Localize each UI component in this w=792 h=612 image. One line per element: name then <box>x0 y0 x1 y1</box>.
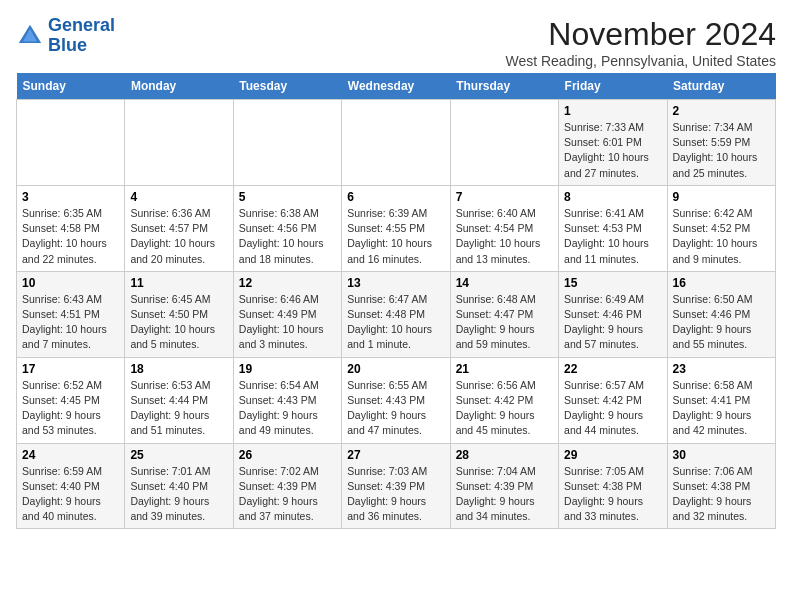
calendar-cell: 18Sunrise: 6:53 AM Sunset: 4:44 PM Dayli… <box>125 357 233 443</box>
day-number: 12 <box>239 276 336 290</box>
calendar-cell: 7Sunrise: 6:40 AM Sunset: 4:54 PM Daylig… <box>450 185 558 271</box>
calendar-cell: 25Sunrise: 7:01 AM Sunset: 4:40 PM Dayli… <box>125 443 233 529</box>
calendar-week-row: 1Sunrise: 7:33 AM Sunset: 6:01 PM Daylig… <box>17 100 776 186</box>
day-number: 19 <box>239 362 336 376</box>
day-of-week-header: Sunday <box>17 73 125 100</box>
day-detail: Sunrise: 7:01 AM Sunset: 4:40 PM Dayligh… <box>130 464 227 525</box>
logo-icon <box>16 22 44 50</box>
day-of-week-header: Wednesday <box>342 73 450 100</box>
day-detail: Sunrise: 6:40 AM Sunset: 4:54 PM Dayligh… <box>456 206 553 267</box>
calendar-cell: 1Sunrise: 7:33 AM Sunset: 6:01 PM Daylig… <box>559 100 667 186</box>
calendar-cell: 9Sunrise: 6:42 AM Sunset: 4:52 PM Daylig… <box>667 185 775 271</box>
calendar-cell: 6Sunrise: 6:39 AM Sunset: 4:55 PM Daylig… <box>342 185 450 271</box>
month-title: November 2024 <box>505 16 776 53</box>
day-number: 6 <box>347 190 444 204</box>
day-number: 4 <box>130 190 227 204</box>
calendar-cell <box>125 100 233 186</box>
calendar-cell: 22Sunrise: 6:57 AM Sunset: 4:42 PM Dayli… <box>559 357 667 443</box>
calendar-cell: 21Sunrise: 6:56 AM Sunset: 4:42 PM Dayli… <box>450 357 558 443</box>
day-detail: Sunrise: 7:03 AM Sunset: 4:39 PM Dayligh… <box>347 464 444 525</box>
day-detail: Sunrise: 6:39 AM Sunset: 4:55 PM Dayligh… <box>347 206 444 267</box>
calendar-cell: 19Sunrise: 6:54 AM Sunset: 4:43 PM Dayli… <box>233 357 341 443</box>
page-header: General Blue November 2024 West Reading,… <box>16 16 776 69</box>
day-detail: Sunrise: 7:33 AM Sunset: 6:01 PM Dayligh… <box>564 120 661 181</box>
day-detail: Sunrise: 6:59 AM Sunset: 4:40 PM Dayligh… <box>22 464 119 525</box>
day-detail: Sunrise: 6:55 AM Sunset: 4:43 PM Dayligh… <box>347 378 444 439</box>
calendar-cell: 8Sunrise: 6:41 AM Sunset: 4:53 PM Daylig… <box>559 185 667 271</box>
calendar-cell: 28Sunrise: 7:04 AM Sunset: 4:39 PM Dayli… <box>450 443 558 529</box>
day-detail: Sunrise: 6:50 AM Sunset: 4:46 PM Dayligh… <box>673 292 770 353</box>
day-detail: Sunrise: 6:45 AM Sunset: 4:50 PM Dayligh… <box>130 292 227 353</box>
day-detail: Sunrise: 7:34 AM Sunset: 5:59 PM Dayligh… <box>673 120 770 181</box>
day-number: 28 <box>456 448 553 462</box>
calendar-cell: 27Sunrise: 7:03 AM Sunset: 4:39 PM Dayli… <box>342 443 450 529</box>
day-number: 20 <box>347 362 444 376</box>
calendar-cell: 16Sunrise: 6:50 AM Sunset: 4:46 PM Dayli… <box>667 271 775 357</box>
location: West Reading, Pennsylvania, United State… <box>505 53 776 69</box>
day-number: 16 <box>673 276 770 290</box>
day-number: 18 <box>130 362 227 376</box>
day-detail: Sunrise: 7:06 AM Sunset: 4:38 PM Dayligh… <box>673 464 770 525</box>
day-detail: Sunrise: 6:43 AM Sunset: 4:51 PM Dayligh… <box>22 292 119 353</box>
calendar-week-row: 24Sunrise: 6:59 AM Sunset: 4:40 PM Dayli… <box>17 443 776 529</box>
day-detail: Sunrise: 6:41 AM Sunset: 4:53 PM Dayligh… <box>564 206 661 267</box>
day-detail: Sunrise: 6:35 AM Sunset: 4:58 PM Dayligh… <box>22 206 119 267</box>
day-detail: Sunrise: 6:54 AM Sunset: 4:43 PM Dayligh… <box>239 378 336 439</box>
calendar-cell <box>17 100 125 186</box>
day-number: 2 <box>673 104 770 118</box>
calendar-week-row: 17Sunrise: 6:52 AM Sunset: 4:45 PM Dayli… <box>17 357 776 443</box>
day-number: 1 <box>564 104 661 118</box>
day-detail: Sunrise: 6:38 AM Sunset: 4:56 PM Dayligh… <box>239 206 336 267</box>
day-number: 10 <box>22 276 119 290</box>
calendar-cell: 29Sunrise: 7:05 AM Sunset: 4:38 PM Dayli… <box>559 443 667 529</box>
day-number: 7 <box>456 190 553 204</box>
day-detail: Sunrise: 6:48 AM Sunset: 4:47 PM Dayligh… <box>456 292 553 353</box>
logo: General Blue <box>16 16 115 56</box>
calendar-cell: 23Sunrise: 6:58 AM Sunset: 4:41 PM Dayli… <box>667 357 775 443</box>
calendar-cell: 20Sunrise: 6:55 AM Sunset: 4:43 PM Dayli… <box>342 357 450 443</box>
calendar-cell: 12Sunrise: 6:46 AM Sunset: 4:49 PM Dayli… <box>233 271 341 357</box>
day-detail: Sunrise: 6:42 AM Sunset: 4:52 PM Dayligh… <box>673 206 770 267</box>
calendar-cell: 2Sunrise: 7:34 AM Sunset: 5:59 PM Daylig… <box>667 100 775 186</box>
day-number: 23 <box>673 362 770 376</box>
day-number: 26 <box>239 448 336 462</box>
calendar-cell: 5Sunrise: 6:38 AM Sunset: 4:56 PM Daylig… <box>233 185 341 271</box>
calendar-cell: 14Sunrise: 6:48 AM Sunset: 4:47 PM Dayli… <box>450 271 558 357</box>
calendar-cell: 11Sunrise: 6:45 AM Sunset: 4:50 PM Dayli… <box>125 271 233 357</box>
calendar-week-row: 3Sunrise: 6:35 AM Sunset: 4:58 PM Daylig… <box>17 185 776 271</box>
day-detail: Sunrise: 7:04 AM Sunset: 4:39 PM Dayligh… <box>456 464 553 525</box>
day-detail: Sunrise: 7:02 AM Sunset: 4:39 PM Dayligh… <box>239 464 336 525</box>
calendar-header-row: SundayMondayTuesdayWednesdayThursdayFrid… <box>17 73 776 100</box>
day-number: 22 <box>564 362 661 376</box>
day-number: 11 <box>130 276 227 290</box>
day-of-week-header: Monday <box>125 73 233 100</box>
day-number: 25 <box>130 448 227 462</box>
calendar-cell: 17Sunrise: 6:52 AM Sunset: 4:45 PM Dayli… <box>17 357 125 443</box>
day-detail: Sunrise: 6:56 AM Sunset: 4:42 PM Dayligh… <box>456 378 553 439</box>
day-number: 17 <box>22 362 119 376</box>
day-number: 30 <box>673 448 770 462</box>
day-detail: Sunrise: 6:36 AM Sunset: 4:57 PM Dayligh… <box>130 206 227 267</box>
day-number: 21 <box>456 362 553 376</box>
day-number: 27 <box>347 448 444 462</box>
calendar-cell: 26Sunrise: 7:02 AM Sunset: 4:39 PM Dayli… <box>233 443 341 529</box>
title-block: November 2024 West Reading, Pennsylvania… <box>505 16 776 69</box>
day-detail: Sunrise: 6:49 AM Sunset: 4:46 PM Dayligh… <box>564 292 661 353</box>
day-number: 15 <box>564 276 661 290</box>
day-detail: Sunrise: 6:57 AM Sunset: 4:42 PM Dayligh… <box>564 378 661 439</box>
day-number: 24 <box>22 448 119 462</box>
day-number: 13 <box>347 276 444 290</box>
calendar-cell: 24Sunrise: 6:59 AM Sunset: 4:40 PM Dayli… <box>17 443 125 529</box>
day-of-week-header: Friday <box>559 73 667 100</box>
calendar-week-row: 10Sunrise: 6:43 AM Sunset: 4:51 PM Dayli… <box>17 271 776 357</box>
calendar-cell: 4Sunrise: 6:36 AM Sunset: 4:57 PM Daylig… <box>125 185 233 271</box>
day-detail: Sunrise: 7:05 AM Sunset: 4:38 PM Dayligh… <box>564 464 661 525</box>
day-number: 9 <box>673 190 770 204</box>
day-detail: Sunrise: 6:52 AM Sunset: 4:45 PM Dayligh… <box>22 378 119 439</box>
calendar-table: SundayMondayTuesdayWednesdayThursdayFrid… <box>16 73 776 529</box>
day-number: 29 <box>564 448 661 462</box>
logo-line1: General <box>48 15 115 35</box>
day-detail: Sunrise: 6:58 AM Sunset: 4:41 PM Dayligh… <box>673 378 770 439</box>
day-number: 3 <box>22 190 119 204</box>
day-detail: Sunrise: 6:46 AM Sunset: 4:49 PM Dayligh… <box>239 292 336 353</box>
